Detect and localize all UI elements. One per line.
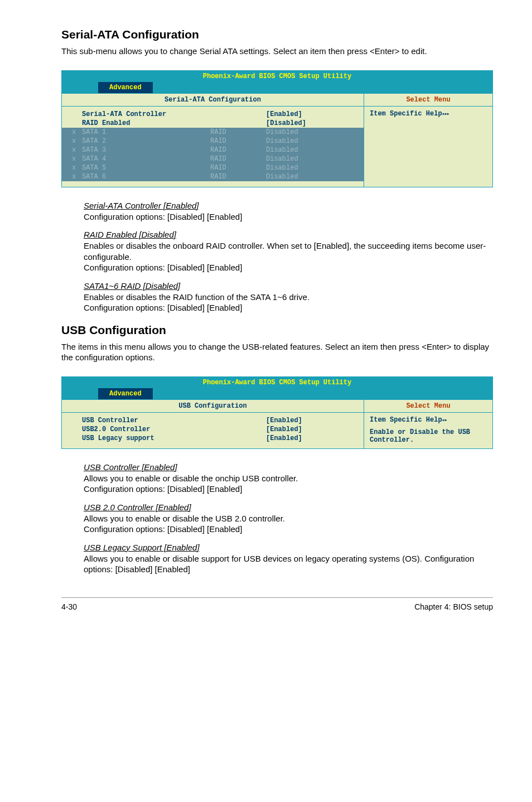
param-title-usb20: USB 2.0 Controller [Enabled] <box>84 503 493 512</box>
setting-serial-ata-controller[interactable]: Serial-ATA Controller [Enabled] <box>72 110 354 119</box>
setting-name: Serial-ATA Controller <box>82 110 210 118</box>
section-intro-usb: The items in this menu allows you to cha… <box>61 341 493 363</box>
help-arrow-icon <box>442 416 447 424</box>
param-body-usb20: Allows you to enable or disable the USB … <box>84 513 493 535</box>
bios-main-area[interactable]: Serial-ATA Controller [Enabled] RAID Ena… <box>62 107 364 187</box>
setting-value: [Enabled] <box>266 417 344 424</box>
setting-value: [Enabled] <box>266 434 344 442</box>
setting-value: [Enabled] <box>266 110 344 118</box>
bios-tab-row: Advanced <box>62 82 492 93</box>
bios-select-menu: Select Menu <box>364 94 492 106</box>
bios-panel-serial-ata: Phoenix-Award BIOS CMOS Setup Utility Ad… <box>61 70 493 187</box>
bios-help-label: Item Specific Help <box>370 110 442 118</box>
setting-usb-controller[interactable]: USB Controller [Enabled] <box>72 416 354 425</box>
section-heading-usb: USB Configuration <box>61 323 493 337</box>
bios-title: Phoenix-Award BIOS CMOS Setup Utility <box>62 71 492 82</box>
section-intro-serial-ata: This sub-menu allows you to change Seria… <box>61 46 493 57</box>
param-title-raid-enabled: RAID Enabled [Disabled] <box>84 230 493 239</box>
setting-sata1: x SATA 1 RAID Disabled <box>62 128 364 137</box>
param-body-usb-legacy: Allows you to enable or disable support … <box>84 553 493 575</box>
bios-title: Phoenix-Award BIOS CMOS Setup Utility <box>62 377 492 388</box>
param-body-sata-raid: Enables or disables the RAID function of… <box>84 292 493 313</box>
setting-sata2: x SATA 2 RAID Disabled <box>62 137 364 146</box>
setting-name: USB Legacy support <box>82 434 210 442</box>
section-heading-serial-ata: Serial-ATA Configuration <box>61 28 493 41</box>
param-body-serial-controller: Configuration options: [Disabled] [Enabl… <box>84 211 493 223</box>
setting-raid-enabled[interactable]: RAID Enabled [Disabled] <box>72 119 354 128</box>
setting-name: RAID Enabled <box>82 119 210 127</box>
param-title-serial-controller: Serial-ATA Controller [Enabled] <box>84 201 493 210</box>
param-body-raid-enabled: Enables or disables the onboard RAID con… <box>84 240 493 273</box>
setting-sata4: x SATA 4 RAID Disabled <box>62 154 364 163</box>
param-title-sata-raid: SATA1~6 RAID [Disabled] <box>84 281 493 291</box>
bios-select-menu: Select Menu <box>364 400 492 412</box>
setting-name: USB2.0 Controller <box>82 426 210 433</box>
bios-panel-title: Serial-ATA Configuration <box>62 94 364 106</box>
bios-help-label: Item Specific Help <box>370 416 442 424</box>
help-arrow-icon <box>442 110 449 118</box>
bios-help-area: Item Specific Help Enable or Disable the… <box>364 413 492 448</box>
bios-panel-usb: Phoenix-Award BIOS CMOS Setup Utility Ad… <box>61 376 493 449</box>
param-title-usb-controller: USB Controller [Enabled] <box>84 462 493 472</box>
bios-panel-title: USB Configuration <box>62 400 364 412</box>
bios-tab-advanced[interactable]: Advanced <box>98 388 153 399</box>
param-body-usb-controller: Allows you to enable or disable the onch… <box>84 473 493 495</box>
setting-usb20-controller[interactable]: USB2.0 Controller [Enabled] <box>72 425 354 434</box>
param-title-usb-legacy: USB Legacy Support [Enabled] <box>84 543 493 552</box>
setting-name: USB Controller <box>82 417 210 424</box>
page-footer: 4-30 Chapter 4: BIOS setup <box>61 597 493 611</box>
chapter-label: Chapter 4: BIOS setup <box>414 602 493 611</box>
page-number: 4-30 <box>61 602 77 611</box>
setting-sata6: x SATA 6 RAID Disabled <box>62 172 364 181</box>
bios-tab-row: Advanced <box>62 388 492 399</box>
setting-sata5: x SATA 5 RAID Disabled <box>62 163 364 172</box>
setting-usb-legacy[interactable]: USB Legacy support [Enabled] <box>72 434 354 443</box>
bios-main-area[interactable]: USB Controller [Enabled] USB2.0 Controll… <box>62 413 364 448</box>
bios-help-text: Enable or Disable the USB Controller. <box>370 428 470 444</box>
setting-value: [Disabled] <box>266 119 344 127</box>
setting-sata3: x SATA 3 RAID Disabled <box>62 146 364 154</box>
bios-help-area: Item Specific Help <box>364 107 492 187</box>
setting-value: [Enabled] <box>266 426 344 433</box>
bios-tab-advanced[interactable]: Advanced <box>98 82 153 93</box>
